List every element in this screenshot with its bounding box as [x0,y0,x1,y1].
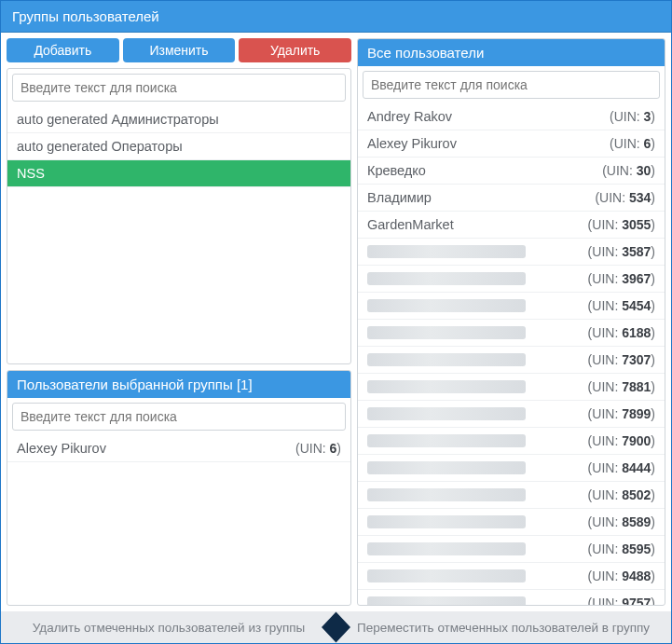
remove-from-group-button[interactable]: Удалить отмеченных пользователей из груп… [1,611,336,643]
group-row[interactable]: auto generated Операторы [7,133,350,160]
user-uin: (UIN: 6) [295,441,341,456]
right-column: Все пользователи Andrey Rakov(UIN: 3)Ale… [357,38,665,606]
left-column: Добавить Изменить Удалить auto generated… [7,38,351,606]
user-name: Владимир [367,190,432,205]
user-row[interactable]: Владимир(UIN: 534) [358,185,665,212]
user-name [367,515,526,528]
user-name [367,434,526,447]
all-users-search-input[interactable] [363,71,660,99]
user-name [367,326,526,339]
user-row[interactable]: Креведко(UIN: 30) [358,158,665,185]
user-name: Alexey Pikurov [17,441,106,456]
user-uin: (UIN: 3587) [588,244,655,259]
user-uin: (UIN: 7900) [588,433,655,448]
user-name [367,245,526,258]
user-row[interactable]: (UIN: 7899) [358,401,665,428]
groups-search-input[interactable] [12,74,346,102]
user-row[interactable]: (UIN: 6188) [358,320,665,347]
add-button[interactable]: Добавить [7,38,119,62]
footer-bar: Удалить отмеченных пользователей из груп… [1,611,671,643]
user-row[interactable]: (UIN: 8502) [358,482,665,509]
user-uin: (UIN: 8502) [588,487,655,502]
user-name [367,353,526,366]
user-uin: (UIN: 8595) [588,541,655,556]
user-uin: (UIN: 7899) [588,406,655,421]
user-name [367,407,526,420]
members-list[interactable]: Alexey Pikurov(UIN: 6) [7,435,350,605]
user-row[interactable]: (UIN: 8589) [358,509,665,536]
user-row[interactable]: (UIN: 8595) [358,536,665,563]
user-row[interactable]: Alexey Pikurov(UIN: 6) [7,435,350,462]
group-label: auto generated Администраторы [17,112,219,127]
user-name: Alexey Pikurov [367,136,457,151]
user-name: GardenMarket [367,217,454,232]
user-uin: (UIN: 8444) [588,460,655,475]
user-uin: (UIN: 6188) [588,325,655,340]
user-row[interactable]: Andrey Rakov(UIN: 3) [358,103,665,130]
user-name: Andrey Rakov [367,109,452,124]
user-uin: (UIN: 7881) [588,379,655,394]
user-name [367,569,526,582]
user-uin: (UIN: 3055) [588,217,655,232]
user-row[interactable]: GardenMarket(UIN: 3055) [358,212,665,239]
edit-button[interactable]: Изменить [123,38,236,62]
user-uin: (UIN: 8589) [588,514,655,529]
user-row[interactable]: (UIN: 8444) [358,455,665,482]
user-uin: (UIN: 5454) [588,298,655,313]
user-row[interactable]: (UIN: 5454) [358,293,665,320]
user-name [367,272,526,285]
user-uin: (UIN: 9757) [588,596,655,605]
group-label: NSS [17,166,45,181]
user-row[interactable]: (UIN: 9488) [358,563,665,590]
user-row[interactable]: (UIN: 3967) [358,266,665,293]
user-groups-window: Группы пользователей Добавить Изменить У… [0,0,672,644]
members-search-input[interactable] [12,403,346,431]
user-row[interactable]: (UIN: 9757) [358,590,665,605]
user-uin: (UIN: 534) [595,190,655,205]
user-name [367,542,526,555]
user-row[interactable]: (UIN: 3587) [358,239,665,266]
user-uin: (UIN: 6) [610,136,655,151]
group-row[interactable]: NSS [7,160,350,187]
user-uin: (UIN: 30) [602,163,655,178]
all-users-panel: Все пользователи Andrey Rakov(UIN: 3)Ale… [357,38,665,606]
user-uin: (UIN: 3967) [588,271,655,286]
user-row[interactable]: Alexey Pikurov(UIN: 6) [358,130,665,158]
user-name [367,380,526,393]
group-label: auto generated Операторы [17,139,183,154]
move-to-group-button[interactable]: Переместить отмеченных пользователей в г… [336,611,671,643]
group-row[interactable]: auto generated Администраторы [7,106,350,133]
groups-panel: auto generated Администраторыauto genera… [7,68,351,364]
group-action-row: Добавить Изменить Удалить [7,38,351,62]
user-name [367,596,526,605]
user-uin: (UIN: 9488) [588,569,655,583]
all-users-header: Все пользователи [358,39,665,66]
user-uin: (UIN: 7307) [588,352,655,367]
user-row[interactable]: (UIN: 7900) [358,428,665,455]
body: Добавить Изменить Удалить auto generated… [1,33,671,611]
all-users-list[interactable]: Andrey Rakov(UIN: 3)Alexey Pikurov(UIN: … [358,103,665,605]
user-name: Креведко [367,163,426,178]
user-name [367,488,526,501]
delete-button[interactable]: Удалить [239,38,351,62]
user-row[interactable]: (UIN: 7307) [358,347,665,374]
groups-list[interactable]: auto generated Администраторыauto genera… [7,106,350,363]
group-members-header: Пользователи выбранной группы [1] [7,371,350,398]
user-uin: (UIN: 3) [610,109,655,124]
user-row[interactable]: (UIN: 7881) [358,374,665,401]
group-members-panel: Пользователи выбранной группы [1] Alexey… [7,370,351,606]
user-name [367,299,526,312]
window-title: Группы пользователей [1,1,671,33]
user-name [367,461,526,474]
